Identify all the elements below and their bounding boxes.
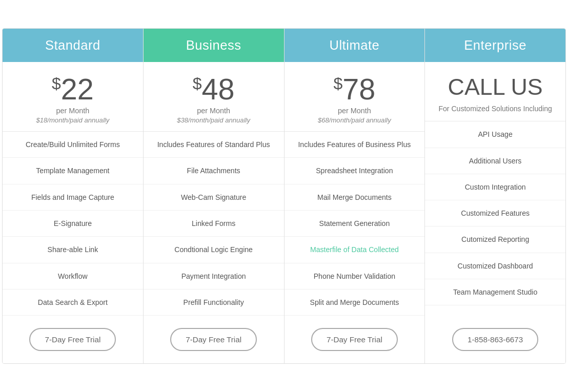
dollar-sign: $ [333, 74, 342, 93]
feature-item-enterprise-5: Customized Dashboard [425, 253, 565, 279]
plan-header-enterprise: Enterprise [425, 29, 565, 62]
plan-per-month-ultimate: per Month [290, 107, 420, 115]
feature-item-standard-4: Share-able Link [3, 237, 143, 263]
feature-item-ultimate-0: Includes Features of Business Plus [285, 132, 425, 158]
feature-item-business-1: File Attachments [144, 158, 284, 184]
cta-button-standard[interactable]: 7-Day Free Trial [29, 328, 116, 351]
plan-per-month-standard: per Month [8, 107, 138, 115]
plan-col-standard: Standard$22per Month$18/month/paid annua… [3, 29, 144, 363]
plan-header-ultimate: Ultimate [285, 29, 425, 62]
plan-price-business: $48 [149, 73, 279, 106]
dollar-sign: $ [52, 74, 61, 93]
plan-cta-standard: 7-Day Free Trial [3, 316, 143, 363]
feature-item-ultimate-6: Split and Merge Documents [285, 290, 425, 316]
plan-cta-business: 7-Day Free Trial [144, 316, 284, 363]
feature-item-enterprise-0: API Usage [425, 121, 565, 148]
feature-item-business-3: Linked Forms [144, 211, 284, 237]
plan-price-standard: $22 [8, 73, 138, 106]
plan-price-section-enterprise: CALL USFor Customized Solutions Includin… [425, 62, 565, 121]
plan-price-ultimate: $78 [290, 73, 420, 106]
features-list-business: Includes Features of Standard PlusFile A… [144, 132, 284, 316]
feature-item-ultimate-2: Mail Merge Documents [285, 184, 425, 211]
plan-cta-enterprise: 1-858-863-6673 [425, 316, 565, 363]
feature-item-standard-6: Data Search & Export [3, 290, 143, 316]
plan-per-month-business: per Month [149, 107, 279, 115]
plan-header-standard: Standard [3, 29, 143, 62]
plan-price-callus: CALL US [430, 73, 560, 101]
feature-item-enterprise-6: Team Management Studio [425, 279, 565, 305]
plan-annual-ultimate: $68/month/paid annually [290, 116, 420, 124]
feature-item-business-2: Web-Cam Signature [144, 184, 284, 211]
feature-item-ultimate-5: Phone Number Validation [285, 263, 425, 290]
plan-for-customized: For Customized Solutions Including [430, 104, 560, 114]
cta-button-enterprise[interactable]: 1-858-863-6673 [452, 328, 538, 351]
dollar-sign: $ [193, 74, 202, 93]
feature-item-standard-0: Create/Build Unlimited Forms [3, 132, 143, 158]
plan-header-business: Business [144, 29, 284, 62]
pricing-table: Standard$22per Month$18/month/paid annua… [2, 28, 566, 364]
plan-price-section-standard: $22per Month$18/month/paid annually [3, 62, 143, 132]
features-list-enterprise: API UsageAdditional UsersCustom Integrat… [425, 121, 565, 316]
feature-item-business-5: Payment Integration [144, 263, 284, 290]
plan-cta-ultimate: 7-Day Free Trial [285, 316, 425, 363]
feature-item-standard-2: Fields and Image Capture [3, 184, 143, 211]
plan-col-ultimate: Ultimate$78per Month$68/month/paid annua… [285, 29, 425, 363]
plan-price-section-ultimate: $78per Month$68/month/paid annually [285, 62, 425, 132]
feature-item-ultimate-3: Statement Generation [285, 211, 425, 237]
cta-button-ultimate[interactable]: 7-Day Free Trial [311, 328, 398, 351]
plan-col-business: Business$48per Month$38/month/paid annua… [144, 29, 285, 363]
feature-item-enterprise-3: Customized Features [425, 200, 565, 226]
plan-col-enterprise: EnterpriseCALL USFor Customized Solution… [425, 29, 565, 363]
feature-item-business-0: Includes Features of Standard Plus [144, 132, 284, 158]
feature-item-enterprise-1: Additional Users [425, 148, 565, 174]
cta-button-business[interactable]: 7-Day Free Trial [170, 328, 257, 351]
plan-price-section-business: $48per Month$38/month/paid annually [144, 62, 284, 132]
feature-item-enterprise-2: Custom Integration [425, 174, 565, 200]
feature-item-enterprise-4: Cutomized Reporting [425, 226, 565, 253]
feature-item-standard-5: Workflow [3, 263, 143, 290]
feature-item-business-4: Condtional Logic Engine [144, 237, 284, 263]
feature-item-ultimate-4: Masterfile of Data Collected [285, 237, 425, 263]
feature-item-standard-1: Template Management [3, 158, 143, 184]
features-list-ultimate: Includes Features of Business PlusSpread… [285, 132, 425, 316]
feature-item-business-6: Prefill Functionality [144, 290, 284, 316]
feature-item-ultimate-1: Spreadsheet Integration [285, 158, 425, 184]
plan-annual-standard: $18/month/paid annually [8, 116, 138, 124]
plan-annual-business: $38/month/paid annually [149, 116, 279, 124]
features-list-standard: Create/Build Unlimited FormsTemplate Man… [3, 132, 143, 316]
feature-item-standard-3: E-Signature [3, 211, 143, 237]
